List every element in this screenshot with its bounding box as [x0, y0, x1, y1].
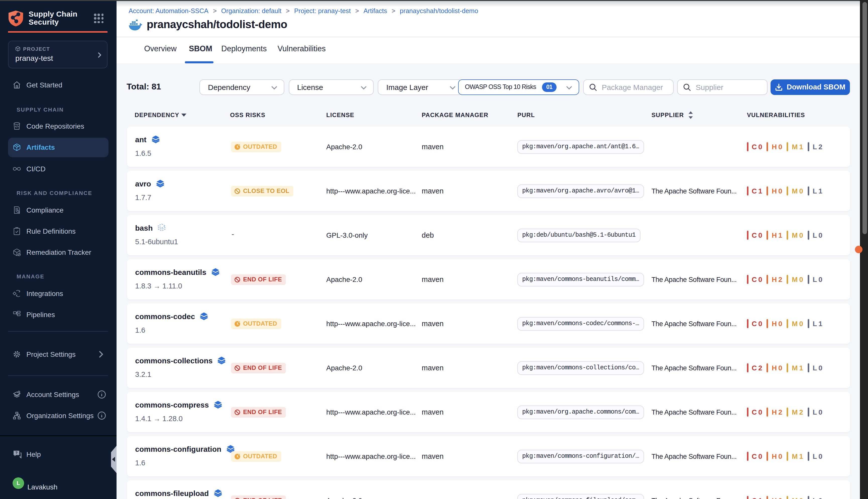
- svg-text:?: ?: [15, 451, 17, 455]
